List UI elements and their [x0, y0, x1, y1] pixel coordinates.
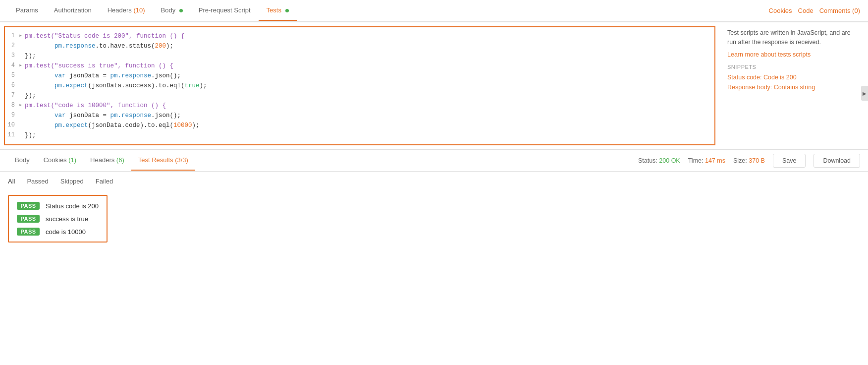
hint-text: Test scripts are written in JavaScript, …	[727, 28, 860, 47]
code-link[interactable]: Code	[798, 7, 814, 14]
tab-headers[interactable]: Headers (10)	[100, 0, 153, 21]
tab-authorization[interactable]: Authorization	[46, 0, 100, 21]
code-line-11: 11 });	[5, 130, 714, 140]
sidebar-collapse-button[interactable]: ▶	[861, 86, 868, 101]
pass-badge-3: PASS	[17, 228, 40, 236]
editor-section: 1 ▸ pm.test("Status code is 200", functi…	[0, 22, 868, 149]
response-status: Status: 200 OK Time: 147 ms Size: 370 B …	[638, 154, 860, 168]
cookies-link[interactable]: Cookies	[769, 7, 792, 14]
filter-tab-failed[interactable]: Failed	[96, 178, 113, 187]
learn-more-link[interactable]: Learn more about tests scripts	[727, 51, 811, 58]
filter-tabs: All Passed Skipped Failed	[8, 178, 860, 187]
editor-sidebar: Test scripts are written in JavaScript, …	[719, 22, 868, 149]
top-tab-bar: Params Authorization Headers (10) Body P…	[0, 0, 868, 22]
code-editor[interactable]: 1 ▸ pm.test("Status code is 200", functi…	[4, 26, 715, 145]
status-label: Status: 200 OK	[638, 157, 680, 164]
response-header: Body Cookies (1) Headers (6) Test Result…	[0, 150, 868, 172]
test-name-1: Status code is 200	[46, 202, 99, 210]
tab-body[interactable]: Body	[153, 0, 191, 21]
size-label: Size: 370 B	[733, 157, 765, 164]
save-button[interactable]: Save	[773, 154, 806, 168]
filter-tab-all[interactable]: All	[8, 178, 15, 187]
snippet-response-body[interactable]: Response body: Contains string	[727, 84, 860, 91]
code-line-10: 10 pm.expect(jsonData.code).to.eql(10000…	[5, 121, 714, 130]
code-line-9: 9 var jsonData = pm.response.json();	[5, 111, 714, 121]
download-button[interactable]: Download	[814, 154, 860, 168]
code-line-8: 8 ▸ pm.test("code is 10000", function ()…	[5, 101, 714, 111]
resp-tab-cookies[interactable]: Cookies (1)	[37, 150, 83, 171]
filter-tab-passed[interactable]: Passed	[27, 178, 48, 187]
response-area: Body Cookies (1) Headers (6) Test Result…	[0, 149, 868, 248]
tab-pre-request[interactable]: Pre-request Script	[191, 0, 259, 21]
comments-link[interactable]: Comments (0)	[819, 7, 860, 14]
time-value: 147 ms	[705, 157, 725, 164]
snippets-label: SNIPPETS	[727, 64, 860, 70]
tab-tests[interactable]: Tests	[259, 0, 297, 21]
body-dot	[179, 9, 183, 12]
test-result-3: PASS code is 10000	[17, 228, 99, 236]
filter-tab-skipped[interactable]: Skipped	[60, 178, 84, 187]
pass-badge-2: PASS	[17, 215, 40, 223]
test-name-3: code is 10000	[46, 228, 86, 236]
code-line-7: 7 });	[5, 91, 714, 101]
response-tabs: Body Cookies (1) Headers (6) Test Result…	[8, 150, 638, 171]
code-line-3: 3 });	[5, 51, 714, 61]
code-line-5: 5 var jsonData = pm.response.json();	[5, 71, 714, 81]
request-tabs: Params Authorization Headers (10) Body P…	[8, 0, 769, 21]
time-label: Time: 147 ms	[688, 157, 725, 164]
size-value: 370 B	[749, 157, 765, 164]
tab-params[interactable]: Params	[8, 0, 46, 21]
test-result-1: PASS Status code is 200	[17, 202, 99, 210]
test-results-area: All Passed Skipped Failed PASS Status co…	[0, 172, 868, 248]
status-value: 200 OK	[659, 157, 680, 164]
tests-dot	[285, 9, 289, 12]
pass-badge-1: PASS	[17, 202, 40, 210]
resp-tab-body[interactable]: Body	[8, 150, 37, 171]
test-result-2: PASS success is true	[17, 215, 99, 223]
code-line-4: 4 ▸ pm.test("success is true", function …	[5, 61, 714, 71]
code-line-1: 1 ▸ pm.test("Status code is 200", functi…	[5, 31, 714, 41]
right-actions: Cookies Code Comments (0)	[769, 7, 860, 14]
code-line-2: 2 pm.response.to.have.status(200);	[5, 41, 714, 51]
code-line-6: 6 pm.expect(jsonData.success).to.eql(tru…	[5, 81, 714, 91]
test-name-2: success is true	[46, 215, 88, 223]
snippet-status-code[interactable]: Status code: Code is 200	[727, 74, 860, 81]
resp-tab-test-results[interactable]: Test Results (3/3)	[131, 150, 195, 171]
resp-tab-headers[interactable]: Headers (6)	[83, 150, 131, 171]
test-results-list: PASS Status code is 200 PASS success is …	[8, 195, 108, 243]
